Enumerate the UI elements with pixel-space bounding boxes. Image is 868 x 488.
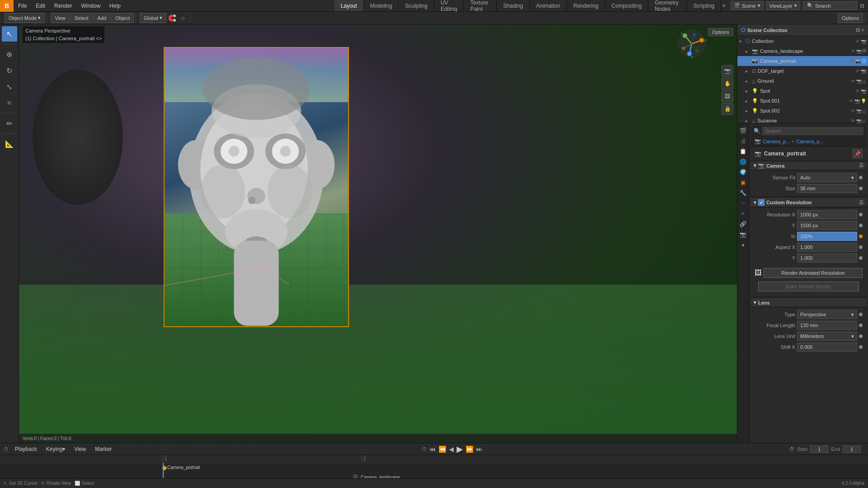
options-dropdown-button[interactable]: Options [708,28,733,36]
tree-item-spot001[interactable]: ▸ 💡 Spot.001 👁 📷 💡 [737,96,868,106]
top-search-bar[interactable]: 🔍 Search [803,1,857,10]
tab-shading[interactable]: Shading [497,0,530,11]
prop-icon-constraints[interactable]: 🔗 [738,219,748,229]
start-frame-value[interactable]: 1 [810,446,828,453]
prop-icon-world[interactable]: 🌍 [738,167,748,177]
tab-sculpting[interactable]: Sculpting [399,0,434,11]
prop-icon-scene[interactable]: 🌐 [738,157,748,167]
resolution-y-value[interactable]: 1500 px [797,221,857,230]
lens-unit-dropdown[interactable]: Millimeters ▾ [797,332,857,341]
vis-icon-2[interactable]: 👁 [850,59,854,64]
render-icon-1[interactable]: 📷 [856,49,862,54]
loop-icon[interactable]: ⏱ [789,446,794,452]
breadcrumb-item-1[interactable]: Camera_p... [763,139,790,144]
camera-section-list-icon[interactable]: ☰ [859,163,863,169]
vis-icon-4[interactable]: 👁 [851,79,855,84]
render-icon-8[interactable]: 📷 [856,118,862,123]
playhead[interactable] [163,463,164,478]
size-value[interactable]: 36 mm [797,184,857,193]
aspect-y-value[interactable]: 1.000 [797,253,857,263]
tab-modeling[interactable]: Modeling [364,0,399,11]
keying-menu[interactable]: Keying▾ [43,443,68,455]
camera-view-icon[interactable]: 📷 [722,65,733,77]
render-icon-7[interactable]: 📷 [856,108,862,113]
expander-7[interactable]: ▸ [745,108,751,113]
timeline-tracks[interactable]: Camera_portrait 🎥 Camera_landscape [0,463,868,478]
render-icon-5[interactable]: 📷 [861,89,866,94]
rotate-tool[interactable]: ↻ [2,63,17,78]
lens-section-header[interactable]: ▾ Lens [751,298,866,307]
menu-file[interactable]: File [14,0,31,11]
prop-icon-data[interactable]: 📷 [738,230,748,239]
prop-icon-particles[interactable]: ⁘ [738,198,748,208]
prop-icon-modifiers[interactable]: 🔧 [738,188,748,198]
percent-value[interactable]: 100% [797,232,857,241]
visibility-icon[interactable]: 👁 [855,39,860,44]
measure-tool[interactable]: 📐 [2,136,17,151]
expander-6[interactable]: ▸ [745,99,751,103]
tree-item-spot[interactable]: ▸ 💡 Spot 👁 📷 [737,86,868,96]
navigation-gizmo[interactable]: X Y Z [676,28,712,64]
move-view-icon[interactable]: ✋ [722,78,733,89]
collection-item-main[interactable]: ▾ ⬡ Collection 👁 📷 [737,36,868,46]
shift-x-value[interactable]: 0.000 [797,343,857,352]
jump-start-button[interactable]: ⏮ [429,446,436,453]
render-view-icon[interactable]: 🖼 [722,90,733,102]
view-menu[interactable]: View [51,13,70,23]
bake-render-border-button[interactable]: Bake Render Border [758,282,859,291]
vis-icon-8[interactable]: 👁 [851,118,855,123]
resolution-x-value[interactable]: 1000 px [797,210,857,219]
view-menu-timeline[interactable]: View [71,443,89,455]
object-menu[interactable]: Object [111,13,134,23]
scale-tool[interactable]: ⤡ [2,79,17,94]
expander-2[interactable]: ▸ [745,59,751,64]
vis-icon-1[interactable]: 👁 [851,49,855,54]
expander-3[interactable]: ▸ [745,69,751,74]
jump-end-button[interactable]: ⏭ [476,446,482,453]
prop-icon-view-layer[interactable]: 📋 [738,146,748,156]
custom-resolution-header[interactable]: ▾ ✓ Custom Resolution ☰ [751,198,866,207]
mode-selector[interactable]: Object Mode ▾ [5,13,45,23]
end-frame-value[interactable]: 1 [843,446,861,453]
viewlayer-selector[interactable]: ViewLayer ▾ [766,1,800,10]
tab-animation[interactable]: Animation [530,0,567,11]
render-icon-2[interactable]: 📷 [855,59,861,64]
sensor-fit-dropdown[interactable]: Auto ▾ [797,173,857,182]
camera-pin-button[interactable]: 📌 [853,149,863,158]
render-icon-3[interactable]: 📷 [861,69,866,74]
focal-length-value[interactable]: 130 mm [797,321,857,330]
cursor-tool[interactable]: ↖ [2,26,17,42]
step-forward-button[interactable]: ⏩ [466,446,473,453]
tab-compositing[interactable]: Compositing [605,0,649,11]
render-icon-6[interactable]: 📷 [854,99,860,103]
tree-item-camera-portrait[interactable]: ▸ 📷 Camera_portrait 👁 📷 [737,56,868,66]
proportional-edit[interactable]: ○ [178,13,188,23]
step-back-button[interactable]: ⏪ [439,446,446,453]
expander-1[interactable]: ▸ [745,49,751,54]
render-visibility-icon[interactable]: 📷 [861,39,866,44]
collection-expander[interactable]: ▾ [739,39,745,44]
filter-icon[interactable]: ⊟ [860,3,864,9]
scene-selector[interactable]: 🎬 Scene ▾ [731,1,764,10]
play-reverse-button[interactable]: ◀ [449,446,454,453]
tab-texture-paint[interactable]: Texture Paint [464,0,496,11]
render-animated-button[interactable]: Render Animated Resolution [764,268,863,278]
prop-icon-object[interactable]: ▣ [738,178,748,188]
prop-icon-output[interactable]: 🖨 [738,136,748,146]
add-workspace-button[interactable]: + [721,1,726,10]
expander-4[interactable]: ▸ [745,79,751,84]
tree-item-spot002[interactable]: ▸ 💡 Spot.002 👁 📷 △ [737,106,868,116]
vis-icon-5[interactable]: 👁 [855,89,860,94]
add-menu[interactable]: Add [94,13,111,23]
props-search-input[interactable] [762,127,863,135]
marker-menu[interactable]: Marker [92,443,114,455]
annotate-tool[interactable]: ✏ [2,116,17,131]
menu-window[interactable]: Window [76,0,105,11]
tree-item-camera-landscape[interactable]: ▸ 📷 Camera_landscape 👁 📷 [737,46,868,56]
tab-layout[interactable]: Layout [335,0,364,11]
prop-icon-physics[interactable]: ⚛ [738,209,748,219]
tab-uv-editing[interactable]: UV Editing [434,0,464,11]
camera-section-header[interactable]: ▾ 📷 Camera ☰ [751,161,866,170]
move-tool[interactable]: ⊕ [2,47,17,62]
tab-geometry-nodes[interactable]: Geometry Nodes [648,0,687,11]
